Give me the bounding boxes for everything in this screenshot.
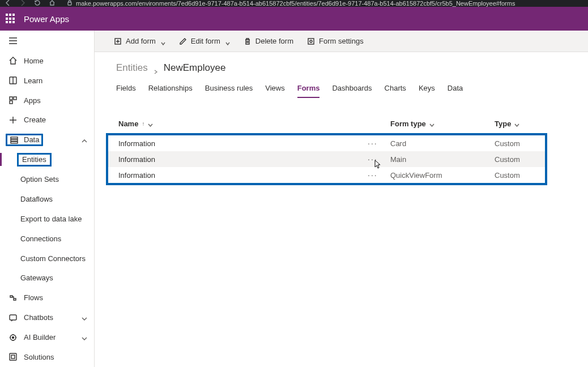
tab-business-rules[interactable]: Business rules <box>205 84 253 98</box>
sidebar-label: Chatbots <box>24 313 53 322</box>
delete-form-button[interactable]: Delete form <box>238 33 299 50</box>
sidebar: Home Learn Apps Create Data Entities Opt… <box>0 31 95 367</box>
table-row[interactable]: Information ··· QuickViewForm Custom <box>108 167 545 183</box>
app-launcher-icon[interactable] <box>6 14 16 24</box>
chevron-right-icon <box>154 66 158 70</box>
sidebar-sub-label: Entities <box>22 155 46 164</box>
tab-charts[interactable]: Charts <box>385 84 406 98</box>
sidebar-sub-dataflows[interactable]: Dataflows <box>0 189 94 209</box>
browser-reload-icon[interactable] <box>34 0 41 7</box>
settings-icon <box>307 37 315 45</box>
browser-chrome: make.powerapps.com/environments/7ed6d91e… <box>0 0 588 7</box>
home-icon <box>8 56 18 65</box>
table-body: Information ··· Card Custom Information … <box>106 133 547 185</box>
sidebar-label: Create <box>24 116 46 124</box>
sidebar-sub-export[interactable]: Export to data lake <box>0 209 94 229</box>
table-row[interactable]: Information ··· Main Custom <box>108 151 545 167</box>
svg-rect-12 <box>11 355 15 359</box>
apps-icon <box>8 96 18 105</box>
tab-relationships[interactable]: Relationships <box>148 84 193 98</box>
delete-icon <box>244 37 252 45</box>
sidebar-label: Apps <box>24 96 41 105</box>
form-settings-button[interactable]: Form settings <box>301 33 369 50</box>
svg-rect-11 <box>10 353 16 360</box>
svg-rect-2 <box>10 97 12 100</box>
edit-icon <box>179 37 187 45</box>
sidebar-sub-entities[interactable]: Entities <box>0 150 94 169</box>
sidebar-item-solutions[interactable]: Solutions <box>0 347 94 367</box>
tab-views[interactable]: Views <box>265 84 284 98</box>
flows-icon <box>8 293 18 302</box>
edit-form-button[interactable]: Edit form <box>173 33 236 50</box>
entity-tabs: Fields Relationships Business rules View… <box>95 74 588 98</box>
chevron-down-icon <box>161 39 165 44</box>
sidebar-label: Data <box>24 135 39 144</box>
sidebar-item-data[interactable]: Data <box>0 130 94 150</box>
svg-rect-7 <box>11 142 18 143</box>
chevron-down-icon <box>225 39 230 44</box>
row-more-button[interactable]: ··· <box>368 155 390 164</box>
sidebar-label: Flows <box>24 293 43 302</box>
breadcrumb-current: NewEmployee <box>164 62 226 74</box>
chevron-down-icon <box>514 121 519 126</box>
content-toolbar: Add form Edit form Delete form Form sett… <box>95 31 588 52</box>
lock-icon <box>67 0 73 7</box>
chatbot-icon <box>8 313 18 322</box>
svg-rect-0 <box>68 2 71 5</box>
svg-rect-3 <box>14 97 16 100</box>
sidebar-sub-connections[interactable]: Connections <box>0 229 94 249</box>
add-form-icon <box>114 37 122 45</box>
tab-fields[interactable]: Fields <box>116 84 136 98</box>
col-header-name[interactable]: Name ↑ <box>118 120 390 128</box>
sidebar-item-apps[interactable]: Apps <box>0 91 94 110</box>
data-icon <box>10 135 19 144</box>
chevron-down-icon <box>82 315 87 321</box>
sidebar-item-chatbots[interactable]: Chatbots <box>0 308 94 327</box>
chevron-down-icon <box>82 335 87 340</box>
hamburger-button[interactable] <box>0 31 94 51</box>
tab-data[interactable]: Data <box>448 84 463 98</box>
sidebar-label: Home <box>24 57 44 65</box>
row-more-button[interactable]: ··· <box>368 170 390 180</box>
sidebar-sub-custom-conn[interactable]: Custom Connectors <box>0 249 94 268</box>
row-more-button[interactable]: ··· <box>368 139 390 148</box>
solutions-icon <box>8 352 18 361</box>
browser-home-icon[interactable] <box>49 0 56 7</box>
chevron-up-icon <box>82 137 87 143</box>
sidebar-item-create[interactable]: Create <box>0 110 94 130</box>
suite-bar: Power Apps <box>0 7 588 31</box>
svg-point-15 <box>310 40 312 42</box>
svg-point-10 <box>12 336 14 338</box>
tab-dashboards[interactable]: Dashboards <box>332 84 372 98</box>
browser-forward-icon[interactable] <box>19 0 26 7</box>
table-header: Name ↑ Form type Type <box>95 114 588 133</box>
svg-rect-14 <box>308 39 314 44</box>
url-text[interactable]: make.powerapps.com/environments/7ed6d91e… <box>76 0 515 7</box>
sort-asc-icon: ↑ <box>142 121 144 127</box>
sidebar-sub-option-sets[interactable]: Option Sets <box>0 169 94 189</box>
svg-rect-5 <box>11 137 18 139</box>
browser-back-icon[interactable] <box>5 0 11 7</box>
table-row[interactable]: Information ··· Card Custom <box>108 135 545 151</box>
chevron-down-icon <box>148 121 153 126</box>
tab-keys[interactable]: Keys <box>419 84 435 98</box>
sidebar-item-home[interactable]: Home <box>0 51 94 71</box>
app-title: Power Apps <box>24 14 69 24</box>
plus-icon <box>8 116 18 125</box>
sidebar-label: Learn <box>24 76 42 85</box>
breadcrumb-root[interactable]: Entities <box>116 62 148 74</box>
sidebar-item-ai-builder[interactable]: AI Builder <box>0 327 94 347</box>
svg-rect-6 <box>11 139 18 141</box>
sidebar-label: AI Builder <box>24 333 56 342</box>
col-header-formtype[interactable]: Form type <box>390 120 495 128</box>
svg-rect-4 <box>10 101 12 104</box>
sidebar-label: Solutions <box>24 353 54 361</box>
sidebar-item-flows[interactable]: Flows <box>0 288 94 308</box>
sidebar-item-learn[interactable]: Learn <box>0 71 94 91</box>
ai-icon <box>8 333 18 342</box>
sidebar-sub-gateways[interactable]: Gateways <box>0 268 94 288</box>
breadcrumb: Entities NewEmployee <box>95 52 588 74</box>
col-header-type[interactable]: Type <box>495 120 588 128</box>
tab-forms[interactable]: Forms <box>297 84 320 98</box>
add-form-button[interactable]: Add form <box>108 33 171 50</box>
